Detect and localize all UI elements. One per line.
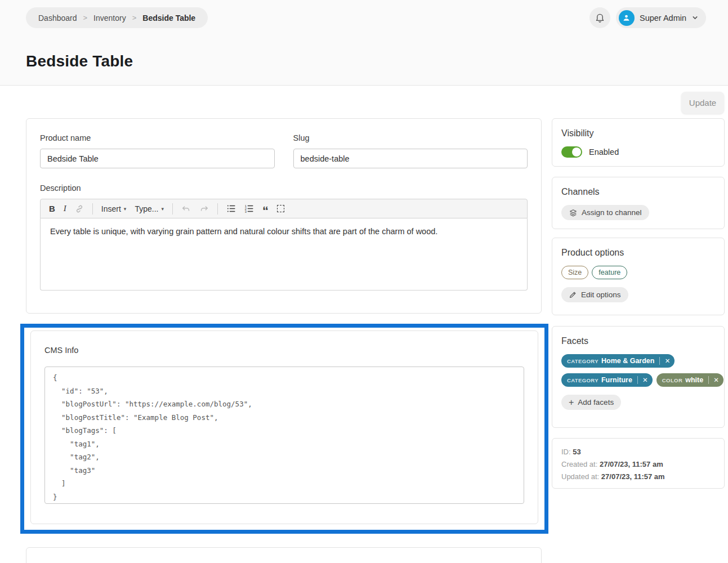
facet-chip-home-garden: CATEGORY Home & Garden ✕ (561, 354, 675, 368)
svg-text:3: 3 (245, 210, 247, 213)
link-icon (75, 204, 84, 213)
product-name-label: Product name (40, 133, 275, 142)
remove-facet-button[interactable]: ✕ (638, 376, 653, 384)
assign-to-channel-label: Assign to channel (582, 208, 642, 217)
cms-info-card: CMS Info { "id": "53", "blogPostUrl": "h… (30, 330, 538, 524)
breadcrumb-dashboard[interactable]: Dashboard (38, 14, 77, 23)
bell-icon (595, 12, 605, 23)
link-button[interactable] (75, 204, 84, 213)
add-facets-label: Add facets (578, 398, 614, 406)
update-button[interactable]: Update (681, 92, 724, 114)
facet-group-label: COLOR (662, 377, 682, 383)
plus-icon: + (569, 399, 574, 406)
meta-created-row: Created at: 27/07/23, 11:57 am (561, 458, 715, 471)
blockquote-button[interactable]: “ (262, 203, 269, 214)
pencil-icon (569, 291, 577, 299)
visibility-title: Visibility (561, 128, 715, 138)
facet-group-label: CATEGORY (567, 377, 599, 383)
user-menu-button[interactable]: Super Admin (616, 7, 706, 28)
redo-button[interactable] (199, 204, 209, 213)
product-details-card: Product name Slug Description B I (26, 118, 542, 314)
notifications-button[interactable] (589, 7, 610, 28)
updated-at-value: 27/07/23, 11:57 am (601, 472, 665, 481)
type-label: Type... (135, 204, 158, 213)
visibility-state-label: Enabled (589, 148, 619, 157)
facet-chip-furniture: CATEGORY Furniture ✕ (561, 373, 653, 387)
edit-options-label: Edit options (581, 291, 621, 299)
insert-label: Insert (101, 204, 121, 213)
description-label: Description (40, 184, 528, 193)
rich-text-editor: B I Insert ▾ Type... ▾ (40, 199, 528, 291)
toggle-knob (572, 148, 581, 157)
breadcrumb: Dashboard > Inventory > Bedside Table (26, 7, 208, 28)
user-name: Super Admin (640, 14, 686, 23)
meta-id-row: ID: 53 (561, 446, 715, 458)
channels-title: Channels (561, 187, 715, 197)
product-name-input[interactable] (40, 149, 275, 168)
ordered-list-button[interactable]: 1 2 3 (244, 204, 254, 213)
visibility-card: Visibility Enabled (552, 118, 725, 167)
visibility-toggle[interactable] (561, 146, 582, 158)
add-facets-button[interactable]: + Add facets (561, 395, 621, 410)
breadcrumb-separator: > (83, 14, 88, 22)
entity-meta-card: ID: 53 Created at: 27/07/23, 11:57 am Up… (552, 438, 725, 489)
caret-down-icon: ▾ (161, 206, 164, 212)
meta-updated-row: Updated at: 27/07/23, 11:57 am (561, 471, 715, 483)
breadcrumb-inventory[interactable]: Inventory (93, 14, 126, 23)
avatar (619, 10, 635, 26)
facets-title: Facets (561, 336, 715, 346)
layers-icon (569, 208, 578, 217)
cms-json-input[interactable]: { "id": "53", "blogPostUrl": "https://ex… (44, 367, 524, 504)
created-at-value: 27/07/23, 11:57 am (600, 460, 663, 468)
next-section-card (26, 547, 542, 563)
undo-button[interactable] (181, 204, 191, 213)
header-actions: Super Admin (589, 7, 706, 28)
redo-icon (199, 204, 209, 213)
ordered-list-icon: 1 2 3 (244, 204, 254, 213)
facet-value-label: white (685, 376, 703, 384)
assign-to-channel-button[interactable]: Assign to channel (561, 205, 649, 220)
option-chip-size: Size (561, 266, 588, 279)
bullet-list-button[interactable] (226, 204, 236, 213)
slug-input[interactable] (293, 149, 528, 168)
chevron-down-icon (691, 14, 699, 21)
toolbar-divider (92, 203, 93, 215)
toolbar-divider (172, 203, 173, 215)
code-block-button[interactable] (277, 205, 284, 212)
italic-button[interactable]: I (64, 204, 66, 213)
cms-info-title: CMS Info (44, 346, 524, 355)
edit-options-button[interactable]: Edit options (561, 287, 628, 302)
editor-toolbar: B I Insert ▾ Type... ▾ (40, 199, 528, 218)
slug-label: Slug (293, 133, 528, 142)
top-header: Dashboard > Inventory > Bedside Table Su… (0, 0, 728, 86)
facet-chip-color-white: COLOR white ✕ (656, 373, 723, 387)
bullet-list-icon (226, 204, 236, 213)
option-chip-feature: feature (592, 266, 627, 279)
updated-at-label: Updated at: (561, 472, 599, 481)
breadcrumb-current-page: Bedside Table (142, 14, 195, 23)
dashed-square-icon (277, 205, 284, 212)
remove-facet-button[interactable]: ✕ (660, 357, 675, 365)
channels-card: Channels Assign to channel (552, 177, 725, 229)
product-options-card: Product options Size feature Edit option… (552, 238, 725, 315)
insert-dropdown[interactable]: Insert ▾ (101, 204, 127, 213)
bold-button[interactable]: B (49, 204, 55, 213)
page-title: Bedside Table (26, 52, 133, 70)
facet-value-label: Home & Garden (601, 357, 654, 365)
id-label: ID: (561, 448, 571, 456)
remove-facet-button[interactable]: ✕ (709, 376, 723, 384)
cms-info-highlight-outline: CMS Info { "id": "53", "blogPostUrl": "h… (20, 324, 548, 534)
undo-icon (181, 204, 191, 213)
facet-value-label: Furniture (601, 376, 632, 384)
created-at-label: Created at: (561, 460, 597, 468)
caret-down-icon: ▾ (124, 206, 127, 212)
facet-group-label: CATEGORY (567, 358, 599, 364)
breadcrumb-separator: > (132, 14, 137, 22)
facets-card: Facets CATEGORY Home & Garden ✕ CATEGORY… (552, 326, 725, 428)
description-editor-body[interactable]: Every table is unique, with varying grai… (40, 218, 528, 291)
id-value: 53 (573, 448, 580, 456)
product-options-title: Product options (561, 248, 715, 258)
toolbar-divider (217, 203, 218, 215)
type-dropdown[interactable]: Type... ▾ (135, 204, 164, 213)
